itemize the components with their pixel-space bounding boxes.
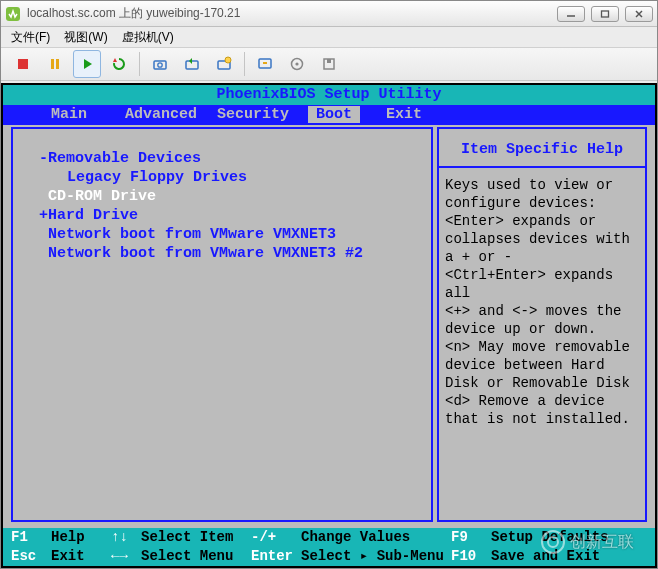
bios-title: PhoenixBIOS Setup Utility <box>3 85 655 105</box>
boot-order-list: -Removable Devices Legacy Floppy Drives … <box>19 135 425 263</box>
bios-body: -Removable Devices Legacy Floppy Drives … <box>3 125 655 528</box>
esc-key: Esc <box>11 547 51 566</box>
bios-tab-security[interactable]: Security <box>207 105 299 125</box>
window-title: localhost.sc.com 上的 yuweibing-170.21 <box>27 5 557 22</box>
f10-label: Save and Exit <box>491 547 600 566</box>
pm-key: -/+ <box>251 528 301 547</box>
toolbar-separator <box>244 52 245 76</box>
svg-rect-7 <box>56 59 59 69</box>
svg-rect-5 <box>18 59 28 69</box>
maximize-button[interactable] <box>591 6 619 22</box>
vm-screen[interactable]: PhoenixBIOS Setup Utility Main Advanced … <box>1 83 657 568</box>
snapshot-button[interactable] <box>146 50 174 78</box>
vmware-icon <box>5 6 21 22</box>
poweron-button[interactable] <box>73 50 101 78</box>
bios-tab-boot[interactable]: Boot <box>299 105 369 125</box>
bios-tab-exit[interactable]: Exit <box>369 105 439 125</box>
svg-rect-6 <box>51 59 54 69</box>
menu-vm[interactable]: 虚拟机(V) <box>122 29 174 46</box>
f9-label: Setup Defaults <box>491 528 609 547</box>
enter-key: Enter <box>251 547 301 566</box>
bios-footer: F1 Help ↑↓ Select Item -/+ Change Values… <box>3 528 655 566</box>
boot-legacy-floppy[interactable]: Legacy Floppy Drives <box>39 168 425 187</box>
pm-label: Change Values <box>301 528 451 547</box>
snapshot-manage-button[interactable] <box>210 50 238 78</box>
esc-label: Exit <box>51 547 111 566</box>
title-bar: localhost.sc.com 上的 yuweibing-170.21 <box>1 1 657 27</box>
help-title: Item Specific Help <box>445 135 639 166</box>
boot-network-2[interactable]: Network boot from VMware VMXNET3 #2 <box>39 244 425 263</box>
svg-point-11 <box>158 63 162 67</box>
minimize-button[interactable] <box>557 6 585 22</box>
menu-file[interactable]: 文件(F) <box>11 29 50 46</box>
toolbar <box>1 47 657 81</box>
bios-help-pane: Item Specific Help Keys used to view or … <box>437 127 647 522</box>
f1-key: F1 <box>11 528 51 547</box>
svg-marker-9 <box>113 58 117 62</box>
boot-network-1[interactable]: Network boot from VMware VMXNET3 <box>39 225 425 244</box>
enter-label: Select ▸ Sub-Menu <box>301 547 451 566</box>
boot-cdrom[interactable]: CD-ROM Drive <box>39 187 425 206</box>
toolbar-separator <box>139 52 140 76</box>
reset-button[interactable] <box>105 50 133 78</box>
window-controls <box>557 6 653 22</box>
menu-bar: 文件(F) 视图(W) 虚拟机(V) <box>1 27 657 47</box>
bios-tab-main[interactable]: Main <box>23 105 115 125</box>
close-button[interactable] <box>625 6 653 22</box>
lr-key: ←→ <box>111 547 141 566</box>
svg-rect-2 <box>602 11 609 17</box>
snapshot-revert-button[interactable] <box>178 50 206 78</box>
svg-marker-8 <box>84 59 92 69</box>
menu-view[interactable]: 视图(W) <box>64 29 107 46</box>
f1-label: Help <box>51 528 111 547</box>
f10-key: F10 <box>451 547 491 566</box>
bios-boot-pane: -Removable Devices Legacy Floppy Drives … <box>11 127 433 522</box>
vmware-console-window: localhost.sc.com 上的 yuweibing-170.21 文件(… <box>0 0 658 569</box>
help-divider <box>439 166 645 168</box>
poweroff-button[interactable] <box>9 50 37 78</box>
connect-floppy-button[interactable] <box>315 50 343 78</box>
help-body: Keys used to view or configure devices: … <box>445 176 639 428</box>
bios-tab-bar: Main Advanced Security Boot Exit <box>3 105 655 125</box>
arrows-label: Select Item <box>141 528 251 547</box>
boot-removable-devices[interactable]: -Removable Devices <box>39 149 425 168</box>
f9-key: F9 <box>451 528 491 547</box>
svg-point-14 <box>225 57 231 63</box>
fullscreen-button[interactable] <box>251 50 279 78</box>
boot-hard-drive[interactable]: +Hard Drive <box>39 206 425 225</box>
bios-screen: PhoenixBIOS Setup Utility Main Advanced … <box>3 85 655 566</box>
suspend-button[interactable] <box>41 50 69 78</box>
lr-label: Select Menu <box>141 547 251 566</box>
svg-rect-19 <box>327 59 331 63</box>
connect-cd-button[interactable] <box>283 50 311 78</box>
arrows-key: ↑↓ <box>111 528 141 547</box>
bios-tab-advanced[interactable]: Advanced <box>115 105 207 125</box>
svg-point-17 <box>295 62 298 65</box>
